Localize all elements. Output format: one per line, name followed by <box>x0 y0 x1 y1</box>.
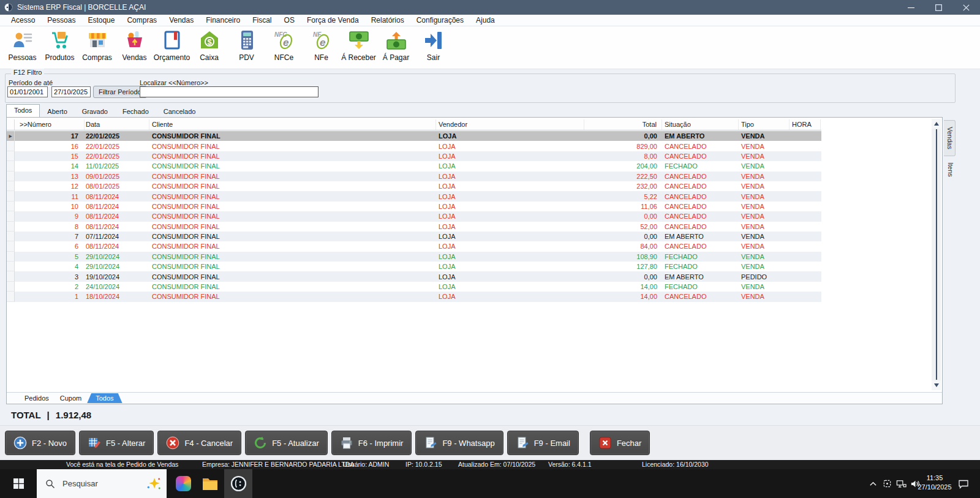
header-cliente[interactable]: Cliente <box>149 119 436 130</box>
table-row[interactable]: 118/10/2024CONSUMIDOR FINALLOJA14,00CANC… <box>7 292 821 301</box>
toolbar-a-receber[interactable]: Á Receber <box>340 26 377 68</box>
toolbar-compras[interactable]: Compras <box>78 26 116 68</box>
scroll-down-button[interactable] <box>932 380 941 390</box>
header-total[interactable]: Total <box>584 119 662 130</box>
scroll-up-button[interactable] <box>932 119 941 129</box>
taskbar-clock[interactable]: 11:35 27/10/2025 <box>915 473 954 492</box>
alterar-button[interactable]: F5 - Alterar <box>79 431 154 455</box>
scrollbar-thumb[interactable] <box>936 129 937 380</box>
menu-fiscal[interactable]: Fiscal <box>246 16 277 25</box>
header-situacao[interactable]: Situação <box>662 119 739 130</box>
atualizar-button[interactable]: F5 - Atualizar <box>245 431 328 455</box>
tab-gravado[interactable]: Gravado <box>75 106 115 117</box>
side-tab-vendas[interactable]: Vendas <box>944 120 956 156</box>
cell-tipo: PEDIDO <box>739 273 790 281</box>
table-row[interactable]: 908/11/2024CONSUMIDOR FINALLOJA0,00CANCE… <box>7 211 821 221</box>
toolbar-vendas[interactable]: Vendas <box>116 26 153 68</box>
table-row[interactable]: 608/11/2024CONSUMIDOR FINALLOJA84,00CANC… <box>7 241 821 251</box>
menu-os[interactable]: OS <box>278 16 301 25</box>
date-from-input[interactable] <box>7 86 48 97</box>
table-row[interactable]: 1309/01/2025CONSUMIDOR FINALLOJA222,50CA… <box>7 172 821 181</box>
tab-pedidos[interactable]: Pedidos <box>19 394 55 402</box>
tab-todos-bottom[interactable]: Todos <box>87 393 122 403</box>
toolbar-nfce[interactable]: NFCe NFCe <box>265 26 303 68</box>
cell-tipo: VENDA <box>739 203 790 210</box>
svg-text:e: e <box>320 37 325 48</box>
cell-cliente: CONSUMIDOR FINAL <box>149 153 436 160</box>
erp-taskbar-icon[interactable] <box>224 469 252 498</box>
cell-data: 08/11/2024 <box>85 193 149 200</box>
menu-estoque[interactable]: Estoque <box>81 16 121 25</box>
tab-cupom[interactable]: Cupom <box>55 394 87 402</box>
menu-acesso[interactable]: Acesso <box>5 16 41 25</box>
menu-vendas[interactable]: Vendas <box>163 16 200 25</box>
toolbar-a-pagar[interactable]: Á Pagar <box>377 26 415 68</box>
toolbar-caixa[interactable]: $ Caixa <box>190 26 228 68</box>
grid-body: ▸1722/01/2025CONSUMIDOR FINALLOJA0,00EM … <box>7 131 821 302</box>
menu-ajuda[interactable]: Ajuda <box>470 16 501 25</box>
notification-center-icon[interactable] <box>957 469 970 498</box>
filtrar-periodo-button[interactable]: Filtrar Período <box>93 86 147 98</box>
table-row[interactable]: 1208/01/2025CONSUMIDOR FINALLOJA232,00CA… <box>7 181 821 191</box>
tab-todos[interactable]: Todos <box>6 104 40 117</box>
novo-button[interactable]: F2 - Novo <box>5 431 75 455</box>
table-row[interactable]: 319/10/2024CONSUMIDOR FINALLOJA0,00EM AB… <box>7 271 821 281</box>
toolbar-sair[interactable]: Sair <box>415 26 452 68</box>
close-button[interactable] <box>952 0 980 15</box>
table-row[interactable]: 224/10/2024CONSUMIDOR FINALLOJA14,00FECH… <box>7 282 821 292</box>
tray-chevron-icon[interactable] <box>866 469 880 498</box>
table-row[interactable]: 1622/01/2025CONSUMIDOR FINALLOJA829,00CA… <box>7 141 821 151</box>
table-row[interactable]: 529/10/2024CONSUMIDOR FINALLOJA108,90FEC… <box>7 252 821 262</box>
toolbar-pessoas[interactable]: Pessoas <box>4 26 41 68</box>
fechar-button[interactable]: Fechar <box>590 431 650 455</box>
status-tab-strip: Todos Aberto Gravado Fechado Cancelado <box>6 105 203 117</box>
menu-compras[interactable]: Compras <box>121 16 163 25</box>
header-hora[interactable]: HORA <box>790 119 821 130</box>
cancelar-button[interactable]: F4 - Cancelar <box>157 431 241 455</box>
header-vendedor[interactable]: Vendedor <box>436 119 584 130</box>
tab-cancelado[interactable]: Cancelado <box>156 106 203 117</box>
date-to-input[interactable] <box>51 86 91 97</box>
table-row[interactable]: 1522/01/2025CONSUMIDOR FINALLOJA8,00CANC… <box>7 151 821 161</box>
toolbar-nfe[interactable]: NFe NFe <box>303 26 340 68</box>
table-row[interactable]: 429/10/2024CONSUMIDOR FINALLOJA127,80FEC… <box>7 262 821 271</box>
cell-cliente: CONSUMIDOR FINAL <box>149 173 436 180</box>
maximize-button[interactable] <box>925 0 952 15</box>
header-numero[interactable]: >>Número <box>15 119 85 130</box>
table-row[interactable]: 1008/11/2024CONSUMIDOR FINALLOJA11,06CAN… <box>7 202 821 211</box>
header-data[interactable]: Data <box>85 119 149 130</box>
table-row[interactable]: 1108/11/2024CONSUMIDOR FINALLOJA5,22CANC… <box>7 191 821 201</box>
side-tab-itens[interactable]: Itens <box>944 156 956 183</box>
tray-network-icon[interactable] <box>894 469 908 498</box>
menu-relatorios[interactable]: Relatórios <box>365 16 410 25</box>
menu-configuracoes[interactable]: Configurações <box>410 16 470 25</box>
tab-aberto[interactable]: Aberto <box>40 106 74 117</box>
whatsapp-button[interactable]: F9 - Whatsapp <box>415 431 503 455</box>
menu-pessoas[interactable]: Pessoas <box>41 16 81 25</box>
taskbar-search[interactable]: Pesquisar <box>37 469 167 498</box>
status-usuario: Usuário: ADMIN <box>343 461 389 468</box>
table-row[interactable]: ▸1722/01/2025CONSUMIDOR FINALLOJA0,00EM … <box>7 131 821 141</box>
table-row[interactable]: 707/11/2024CONSUMIDOR FINALLOJA0,00EM AB… <box>7 232 821 241</box>
table-row[interactable]: 1411/01/2025CONSUMIDOR FINALLOJA204,00FE… <box>7 161 821 171</box>
tab-fechado[interactable]: Fechado <box>115 106 156 117</box>
menu-financeiro[interactable]: Financeiro <box>200 16 246 25</box>
imprimir-button[interactable]: F6 - Imprimir <box>331 431 412 455</box>
menu-forca-de-venda[interactable]: Força de Venda <box>301 16 365 25</box>
cell-tipo: VENDA <box>739 193 790 200</box>
start-button[interactable] <box>0 469 37 498</box>
toolbar-orcamento[interactable]: Orçamento <box>153 26 190 68</box>
cell-situacao: CANCELADO <box>662 173 739 180</box>
vertical-scrollbar[interactable] <box>932 119 941 390</box>
toolbar-produtos[interactable]: Produtos <box>41 26 78 68</box>
explorer-taskbar-icon[interactable] <box>197 469 223 498</box>
minimize-button[interactable] <box>897 0 925 15</box>
header-tipo[interactable]: Tipo <box>739 119 790 130</box>
email-button[interactable]: F9 - Email <box>507 431 579 455</box>
localizar-input[interactable] <box>140 86 318 97</box>
cell-numero: 11 <box>15 193 85 200</box>
copilot-taskbar-icon[interactable] <box>170 469 196 498</box>
tray-vm-icon[interactable] <box>880 469 894 498</box>
toolbar-pdv[interactable]: PDV <box>228 26 265 68</box>
table-row[interactable]: 808/11/2024CONSUMIDOR FINALLOJA52,00CANC… <box>7 222 821 232</box>
